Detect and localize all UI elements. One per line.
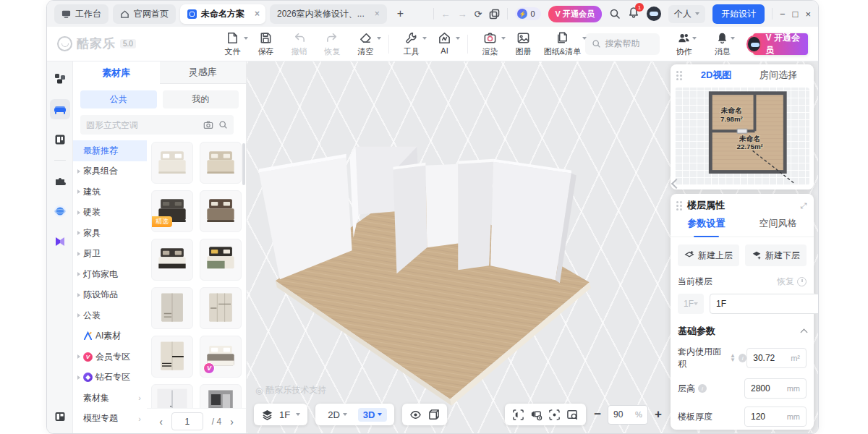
restore-link[interactable]: 恢复 bbox=[777, 276, 807, 288]
help-search-box[interactable]: 搜索帮助 bbox=[585, 33, 660, 55]
zoom-out-button[interactable]: − bbox=[594, 407, 601, 422]
maximize-icon[interactable]: □ bbox=[793, 9, 799, 20]
search-icon[interactable] bbox=[218, 120, 228, 129]
height-input[interactable] bbox=[751, 383, 780, 393]
album-button[interactable]: 图册 bbox=[507, 31, 540, 57]
rail-purple-tool[interactable] bbox=[50, 231, 70, 252]
notifications-bell[interactable]: 1 bbox=[628, 7, 639, 21]
render-button[interactable]: 渲染 bbox=[474, 31, 507, 57]
category-item-commercial[interactable]: 公装 bbox=[73, 305, 147, 326]
rail-blocks-tool[interactable] bbox=[50, 69, 70, 89]
collab-button[interactable]: 协作 bbox=[670, 31, 698, 57]
category-item-hard-decor[interactable]: 硬装 bbox=[73, 203, 147, 224]
slab-value-box[interactable]: mm bbox=[744, 407, 807, 427]
collapse-chevron-icon[interactable] bbox=[801, 329, 808, 336]
new-upper-floor-button[interactable]: 新建上层 bbox=[678, 244, 739, 266]
camera-settings-icon[interactable] bbox=[530, 409, 542, 421]
rail-collapse-panel[interactable] bbox=[50, 407, 70, 427]
new-lower-floor-button[interactable]: 新建下层 bbox=[745, 244, 807, 266]
tab-current-plan[interactable]: 未命名方案 × bbox=[180, 4, 265, 24]
zoom-level-box[interactable]: % bbox=[608, 405, 648, 425]
expand-panel-icon[interactable]: ⤢ bbox=[800, 201, 807, 210]
search-icon[interactable] bbox=[609, 8, 621, 20]
page-number-box[interactable]: 1 bbox=[171, 412, 203, 430]
thumbnail-cabinet[interactable] bbox=[200, 384, 242, 408]
area-input[interactable] bbox=[753, 353, 782, 363]
nav-back-icon[interactable]: ← bbox=[441, 9, 451, 19]
sort-arrows-icon[interactable]: ▲▼ bbox=[730, 354, 736, 362]
tab-space-style[interactable]: 空间风格 bbox=[742, 217, 814, 237]
eye-icon[interactable] bbox=[409, 409, 422, 421]
area-value-box[interactable]: m² bbox=[746, 348, 807, 368]
message-button[interactable]: 消息 bbox=[708, 31, 736, 57]
new-tab-button[interactable]: + bbox=[391, 7, 409, 20]
nav-forward-icon[interactable]: → bbox=[458, 9, 467, 19]
category-item-model-topics[interactable]: 模型专题› bbox=[73, 409, 147, 430]
thumbnail-bed[interactable] bbox=[200, 142, 242, 184]
thumbnail-wardrobe[interactable] bbox=[151, 336, 193, 378]
category-item-furniture[interactable]: 家具 bbox=[73, 223, 147, 244]
tab-design-doc[interactable]: 2026室内装修设计、... × bbox=[270, 4, 387, 24]
close-tab-icon[interactable]: × bbox=[255, 9, 260, 19]
thumbnail-bed-featured[interactable]: 精选 bbox=[151, 190, 193, 232]
category-item-recommended[interactable]: 最新推荐 bbox=[73, 140, 147, 161]
close-tab-icon[interactable]: × bbox=[375, 9, 380, 19]
tab-material-library[interactable]: 素材库 bbox=[73, 61, 160, 84]
image-search-camera-icon[interactable] bbox=[203, 120, 213, 130]
thumbnail-bed[interactable] bbox=[200, 239, 242, 281]
ai-button[interactable]: AI bbox=[428, 31, 461, 55]
copy-icon[interactable] bbox=[489, 9, 500, 20]
start-design-button[interactable]: 开始设计 bbox=[712, 4, 765, 24]
category-item-furniture-sets[interactable]: 家具组合 bbox=[73, 161, 147, 182]
zoom-level-input[interactable] bbox=[613, 409, 631, 420]
credits-badge[interactable]: ⚡ 0 bbox=[515, 7, 540, 20]
rail-sphere-tool[interactable] bbox=[50, 201, 70, 221]
category-item-kitchen-bath[interactable]: 厨卫 bbox=[73, 244, 147, 265]
floorplan-minimap[interactable]: 未命名 7.98m² 未命名 22.75m² bbox=[675, 88, 809, 185]
thumbnail-door-featured[interactable]: 精选 bbox=[151, 384, 193, 408]
drag-handle-icon[interactable] bbox=[676, 201, 682, 210]
category-item-diamond-zone[interactable]: ◆钻石专区 bbox=[73, 367, 147, 388]
focus-center-icon[interactable] bbox=[548, 409, 561, 421]
next-page-icon[interactable]: › bbox=[230, 416, 234, 427]
height-value-box[interactable]: mm bbox=[744, 378, 807, 399]
tab-parameter-settings[interactable]: 参数设置 bbox=[671, 217, 742, 237]
slab-input[interactable] bbox=[751, 412, 780, 422]
save-button[interactable]: 保存 bbox=[250, 31, 283, 57]
category-item-brand-hall[interactable]: 品牌馆› bbox=[73, 429, 147, 434]
tools-button[interactable]: 工具 bbox=[395, 31, 428, 57]
thumbnail-bed[interactable] bbox=[151, 142, 193, 184]
category-item-member-zone[interactable]: V会员专区 bbox=[73, 346, 147, 367]
zoom-region-icon[interactable] bbox=[566, 409, 579, 421]
rail-plugins[interactable] bbox=[50, 171, 70, 191]
file-button[interactable]: 文件 bbox=[216, 31, 250, 57]
tab-workbench[interactable]: 工作台 bbox=[54, 4, 109, 24]
floor-selector[interactable]: 1F bbox=[254, 404, 307, 425]
thumbnail-wardrobe[interactable] bbox=[151, 287, 193, 329]
view-frame-icon[interactable] bbox=[512, 409, 524, 421]
info-icon[interactable]: i bbox=[739, 354, 746, 362]
category-item-architecture[interactable]: 建筑 bbox=[73, 182, 147, 203]
floor-name-input[interactable] bbox=[710, 294, 818, 314]
refresh-icon[interactable]: ⟳ bbox=[475, 9, 482, 19]
tab-room-select[interactable]: 房间选择 bbox=[750, 69, 807, 82]
undo-button[interactable]: 撤销 bbox=[283, 31, 316, 57]
design-canvas-3d-view[interactable]: ◎ 酷家乐技术支持 1F 2D 3D bbox=[247, 61, 818, 434]
thumbnail-bed[interactable] bbox=[200, 190, 242, 232]
rail-furniture-library[interactable] bbox=[50, 99, 70, 119]
thumbnail-bed[interactable] bbox=[151, 239, 193, 281]
rail-industry-library[interactable] bbox=[50, 129, 70, 150]
zoom-in-button[interactable]: + bbox=[655, 407, 662, 422]
vip-member-button[interactable]: V 开通会员 bbox=[746, 33, 808, 55]
scope-public-button[interactable]: 公共 bbox=[80, 90, 157, 109]
sheets-button[interactable]: 图纸&清单 bbox=[540, 31, 585, 57]
category-item-decor[interactable]: 陈设饰品 bbox=[73, 285, 147, 306]
tab-2d-view[interactable]: 2D视图 bbox=[688, 69, 744, 82]
library-search-box[interactable] bbox=[80, 115, 234, 135]
redo-button[interactable]: 恢复 bbox=[316, 31, 349, 57]
close-icon[interactable]: × bbox=[805, 9, 811, 20]
scrollbar-thumb[interactable] bbox=[242, 143, 245, 185]
minimize-icon[interactable]: − bbox=[780, 9, 786, 20]
category-item-lighting-appliance[interactable]: 灯饰家电 bbox=[73, 264, 147, 285]
clear-button[interactable]: 清空 bbox=[349, 31, 383, 57]
